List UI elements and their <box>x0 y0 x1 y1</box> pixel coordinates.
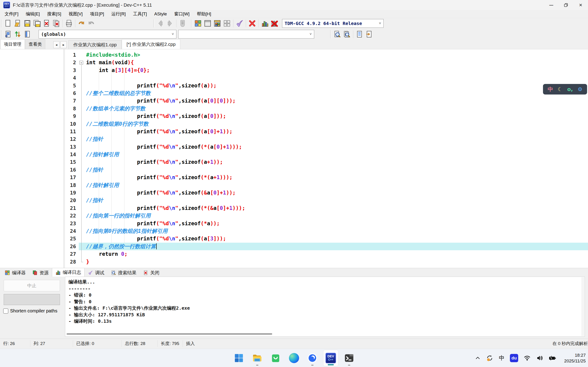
tab-scroll-left-icon[interactable]: ◀ <box>53 41 60 48</box>
forward-icon[interactable] <box>165 19 175 28</box>
new-file-icon[interactable] <box>3 19 13 28</box>
code-text[interactable]: //越界，仍然按一行数组计算 <box>84 243 588 250</box>
code-line[interactable]: 23 printf("%d\n",sizeof(*a)); <box>65 220 588 227</box>
code-line[interactable]: 21 printf("%d\n",sizeof(*(&a[0]+1))); <box>65 204 588 212</box>
undo-icon[interactable] <box>77 19 86 28</box>
fold-collapse-icon[interactable]: - <box>79 61 83 65</box>
shorten-paths-option[interactable]: Shorten compiler paths <box>3 308 57 314</box>
code-line[interactable]: 12//指针 <box>65 135 588 143</box>
bottom-tab[interactable]: 编译日志 <box>52 268 85 277</box>
toolbar-grip[interactable] <box>1 30 2 38</box>
menu-item[interactable]: 编辑[E] <box>22 11 43 17</box>
menu-item[interactable]: 视图[V] <box>65 11 86 17</box>
profile-icon[interactable] <box>260 19 270 28</box>
code-editor[interactable]: 1#include<stdio.h>2-int main(void){3 int… <box>65 49 588 268</box>
code-line[interactable]: 5 printf("%d\n",sizeof(a)); <box>65 82 588 90</box>
code-line[interactable]: 16//指针 <box>65 166 588 174</box>
close-file-icon[interactable] <box>42 19 52 28</box>
code-text[interactable]: return 0; <box>84 250 588 258</box>
menu-item[interactable]: 文件[F] <box>1 11 22 17</box>
code-text[interactable]: //指针 <box>84 197 588 204</box>
dark-mode-moon-icon[interactable]: ☾ <box>558 86 562 92</box>
code-text[interactable]: } <box>84 258 588 266</box>
code-line[interactable]: 27 return 0; <box>65 250 588 258</box>
delete-profiling-icon[interactable] <box>270 19 279 28</box>
fold-margin[interactable]: - <box>79 59 84 66</box>
swap-header-source-icon[interactable] <box>13 29 23 39</box>
class-browser-select[interactable]: (globals) ˅ <box>39 30 176 39</box>
code-line[interactable]: 24//指向第0行的数组的1指针解引用 <box>65 227 588 235</box>
code-text[interactable]: printf("%d\n",sizeof(*a)); <box>84 220 588 227</box>
code-line[interactable]: 13 printf("%d\n",sizeof(*(a[0]+1))); <box>65 143 588 151</box>
code-line[interactable]: 26//越界，仍然按一行数组计算 <box>65 243 588 250</box>
tray-ime-icon[interactable]: 中 <box>499 354 504 362</box>
code-line[interactable]: 11 printf("%d\n",sizeof(a[0]+1)); <box>65 128 588 135</box>
save-icon[interactable] <box>23 19 32 28</box>
bottom-tab[interactable]: 关闭 <box>140 269 163 277</box>
print-icon[interactable] <box>64 19 74 28</box>
code-text[interactable]: printf("%d\n",sizeof(a[0][0])); <box>84 97 588 105</box>
code-line[interactable]: 7 printf("%d\n",sizeof(a[0][0])); <box>65 97 588 105</box>
toolbar-grip[interactable] <box>330 30 331 38</box>
close-button[interactable]: × <box>573 0 588 10</box>
code-line[interactable]: 8//数组单个元素的字节数 <box>65 105 588 112</box>
compiler-select[interactable]: TDM-GCC 4.9.2 64-bit Release ˅ <box>282 19 384 28</box>
terminal-button[interactable] <box>342 350 357 366</box>
code-text[interactable]: printf("%d\n",sizeof(*(&a[0]+1))); <box>84 204 588 212</box>
open-file-icon[interactable] <box>13 19 23 28</box>
pause-icon[interactable] <box>178 19 187 28</box>
minimize-button[interactable]: ─ <box>544 0 559 10</box>
tray-battery-icon[interactable] <box>548 354 556 362</box>
code-text[interactable]: #include<stdio.h> <box>84 51 588 59</box>
menu-item[interactable]: 搜索[S] <box>43 11 65 17</box>
close-all-icon[interactable] <box>52 19 61 28</box>
toolbar-grip[interactable] <box>1 19 2 27</box>
goto-declaration-icon[interactable] <box>3 29 13 39</box>
sidebar-tab[interactable]: 项目管理 <box>0 39 25 49</box>
find-in-files-icon[interactable] <box>342 29 352 39</box>
compile-icon[interactable] <box>193 19 203 28</box>
code-text[interactable]: printf("%d\n",sizeof(*(a+1))); <box>84 174 588 181</box>
abort-compile-icon[interactable] <box>247 19 257 28</box>
start-button[interactable] <box>231 350 246 366</box>
log-horizontal-scrollbar[interactable] <box>67 333 272 335</box>
toolbar-grip[interactable] <box>153 19 154 27</box>
code-text[interactable]: printf("%d\n",sizeof(&a[0]+1)); <box>84 189 588 197</box>
code-line[interactable]: 15 printf("%d\n",sizeof(a+1)); <box>65 158 588 166</box>
code-text[interactable]: printf("%d\n",sizeof(a+1)); <box>84 158 588 166</box>
code-text[interactable]: //二维数组第0行的字节数 <box>84 120 588 128</box>
sidebar-tab[interactable]: 查看类 <box>25 39 45 49</box>
code-text[interactable]: int a[3][4]={0}; <box>84 67 588 74</box>
code-text[interactable]: //指针 <box>84 135 588 143</box>
compile-run-icon[interactable] <box>212 19 222 28</box>
punctuation-icon[interactable]: o, <box>567 86 573 92</box>
microsoft-store-button[interactable] <box>268 350 283 366</box>
checkbox[interactable] <box>3 309 8 314</box>
code-line[interactable]: 17 printf("%d\n",sizeof(*(a+1))); <box>65 174 588 181</box>
quark-browser-button[interactable] <box>305 350 320 366</box>
code-text[interactable] <box>84 74 588 82</box>
save-all-icon[interactable] <box>32 19 42 28</box>
abort-button[interactable]: 中止 <box>4 280 60 291</box>
syntax-check-icon[interactable] <box>235 19 244 28</box>
file-explorer-button[interactable] <box>250 350 265 366</box>
code-line[interactable]: 10//二维数组第0行的字节数 <box>65 120 588 128</box>
project-panel[interactable] <box>0 49 64 268</box>
goto-function-icon[interactable] <box>355 29 364 39</box>
menu-item[interactable]: 窗口[W] <box>170 11 193 17</box>
chinese-mode-icon[interactable]: 中 <box>548 86 553 93</box>
tray-volume-icon[interactable] <box>536 355 543 361</box>
code-line[interactable]: 18//指针解引用 <box>65 181 588 189</box>
code-text[interactable]: //整个二维数组的总字节数 <box>84 90 588 97</box>
editor-tab[interactable]: [*] 作业第六次编程2.cpp <box>122 39 180 49</box>
code-text[interactable]: printf("%d\n",sizeof(*(a[0]+1))); <box>84 143 588 151</box>
tray-chevron-up-icon[interactable] <box>475 355 481 361</box>
code-text[interactable]: printf("%d\n",sizeof(a[3])); <box>84 235 588 242</box>
code-line[interactable]: 19 printf("%d\n",sizeof(&a[0]+1)); <box>65 189 588 197</box>
run-icon[interactable] <box>203 19 212 28</box>
redo-icon[interactable] <box>86 19 96 28</box>
code-line[interactable]: 9 printf("%d\n",sizeof(a[0])); <box>65 112 588 120</box>
code-line[interactable]: 28} <box>65 258 588 266</box>
devcpp-taskbar-button[interactable]: DEVC++ <box>323 350 338 366</box>
code-text[interactable]: int main(void){ <box>84 59 588 66</box>
